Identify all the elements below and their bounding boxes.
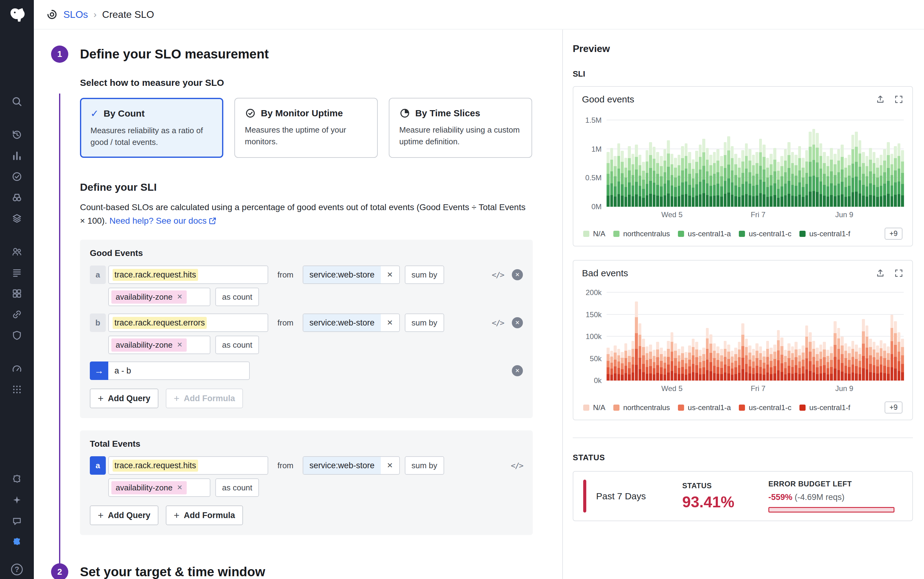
legend-item[interactable]: us-central1-f bbox=[800, 229, 850, 238]
legend-item[interactable]: northcentralus bbox=[613, 229, 670, 238]
formula-input[interactable]: a - b bbox=[108, 361, 250, 380]
group-by-input[interactable]: availability-zone✕ bbox=[108, 288, 211, 306]
by-count-card[interactable]: ✓ By Count Measures reliability as a rat… bbox=[80, 98, 223, 158]
sum-by-button[interactable]: sum by bbox=[405, 314, 444, 332]
stacked-bar bbox=[649, 345, 652, 381]
sum-by-button[interactable]: sum by bbox=[405, 456, 444, 475]
stacked-bar bbox=[890, 315, 893, 381]
stacked-bar bbox=[894, 146, 897, 207]
add-formula-button[interactable]: +Add Formula bbox=[166, 505, 243, 525]
help-icon[interactable]: ? bbox=[11, 564, 23, 575]
sum-by-button[interactable]: sum by bbox=[405, 265, 444, 284]
as-count-button[interactable]: as count bbox=[215, 478, 259, 497]
stacked-bar bbox=[844, 343, 847, 381]
sidebar-bottom-nav: ? bbox=[0, 469, 34, 579]
remove-filter-icon[interactable]: ✕ bbox=[381, 314, 399, 331]
service-filter-token[interactable]: service:web-store bbox=[303, 266, 381, 283]
logs-icon[interactable] bbox=[0, 262, 34, 283]
legend-more-badge[interactable]: +9 bbox=[885, 228, 903, 240]
datadog-logo[interactable] bbox=[7, 5, 27, 25]
stacked-bar bbox=[826, 156, 829, 207]
legend-item[interactable]: N/A bbox=[583, 403, 605, 412]
organization-icon[interactable] bbox=[0, 241, 34, 262]
feedback-icon[interactable] bbox=[0, 511, 34, 532]
remove-tag-icon[interactable]: ✕ bbox=[177, 341, 183, 349]
code-icon[interactable]: </> bbox=[492, 319, 504, 327]
remove-formula-icon[interactable]: ✕ bbox=[512, 365, 523, 376]
stacked-bar bbox=[780, 337, 784, 381]
remove-filter-icon[interactable]: ✕ bbox=[381, 457, 399, 474]
query-letter-chip[interactable]: a bbox=[90, 265, 106, 284]
legend-item[interactable]: us-central1-c bbox=[739, 403, 792, 412]
add-query-button[interactable]: +Add Query bbox=[90, 389, 158, 408]
add-formula-button[interactable]: +Add Formula bbox=[166, 389, 243, 408]
group-tag-chip[interactable]: availability-zone✕ bbox=[111, 481, 187, 494]
docs-link[interactable]: Need help? See our docs bbox=[109, 216, 217, 226]
remove-filter-icon[interactable]: ✕ bbox=[381, 266, 399, 283]
legend-item[interactable]: us-central1-c bbox=[739, 229, 792, 238]
legend-more-badge[interactable]: +9 bbox=[885, 401, 903, 414]
expand-icon[interactable] bbox=[894, 95, 904, 104]
stacked-bar bbox=[880, 340, 883, 381]
legend-item[interactable]: northcentralus bbox=[613, 403, 670, 412]
stacked-bar bbox=[653, 147, 656, 207]
plus-icon: + bbox=[174, 510, 180, 521]
remove-query-icon[interactable]: ✕ bbox=[512, 317, 523, 328]
history-icon[interactable] bbox=[0, 124, 34, 145]
add-query-button[interactable]: +Add Query bbox=[90, 505, 158, 525]
stacked-bar bbox=[727, 136, 730, 207]
export-icon[interactable] bbox=[875, 268, 885, 278]
as-count-button[interactable]: as count bbox=[215, 336, 259, 354]
remove-query-icon[interactable]: ✕ bbox=[512, 269, 523, 280]
by-monitor-uptime-card[interactable]: By Monitor Uptime Measures the uptime of… bbox=[234, 98, 378, 158]
remove-tag-icon[interactable]: ✕ bbox=[177, 293, 183, 301]
more-apps-icon[interactable] bbox=[0, 379, 34, 400]
group-by-input[interactable]: availability-zone✕ bbox=[108, 478, 211, 497]
sli-section-label: SLI bbox=[573, 69, 913, 79]
legend-item[interactable]: us-central1-a bbox=[678, 229, 731, 238]
global-nav-sidebar: ? bbox=[0, 0, 34, 579]
search-icon[interactable] bbox=[0, 91, 34, 112]
metrics-icon[interactable] bbox=[0, 145, 34, 166]
group-tag-chip[interactable]: availability-zone✕ bbox=[111, 290, 187, 304]
export-icon[interactable] bbox=[875, 95, 885, 104]
security-icon[interactable] bbox=[0, 325, 34, 346]
query-letter-chip[interactable]: a bbox=[90, 456, 106, 475]
filter-token-group: service:web-store ✕ bbox=[303, 265, 400, 284]
legend-item[interactable]: us-central1-f bbox=[800, 403, 850, 412]
group-by-input[interactable]: availability-zone✕ bbox=[108, 336, 211, 354]
breadcrumb-slos-link[interactable]: SLOs bbox=[64, 9, 88, 20]
stacked-bar bbox=[820, 345, 823, 381]
code-icon[interactable]: </> bbox=[511, 461, 523, 470]
dashboards-icon[interactable] bbox=[0, 358, 34, 379]
group-tag-chip[interactable]: availability-zone✕ bbox=[111, 339, 187, 352]
chart-legend: N/Anorthcentralusus-central1-aus-central… bbox=[582, 228, 904, 240]
step-1-badge: 1 bbox=[51, 46, 68, 63]
legend-swatch bbox=[583, 231, 589, 237]
time-slices-icon bbox=[399, 108, 410, 119]
service-filter-token[interactable]: service:web-store bbox=[303, 314, 381, 331]
service-check-icon[interactable] bbox=[0, 166, 34, 187]
code-icon[interactable]: </> bbox=[492, 270, 504, 279]
service-filter-token[interactable]: service:web-store bbox=[303, 457, 381, 474]
metric-query-input[interactable]: trace.rack.request.hits bbox=[108, 456, 268, 475]
as-count-button[interactable]: as count bbox=[215, 288, 259, 306]
legend-item[interactable]: us-central1-a bbox=[678, 403, 731, 412]
stacked-bar bbox=[844, 158, 847, 207]
legend-item[interactable]: N/A bbox=[583, 229, 605, 238]
metric-query-input[interactable]: trace.rack.request.errors bbox=[108, 314, 268, 332]
metric-query-input[interactable]: trace.rack.request.hits bbox=[108, 265, 268, 284]
puzzle-icon[interactable] bbox=[0, 469, 34, 490]
current-app-icon[interactable] bbox=[0, 532, 34, 553]
apm-icon[interactable] bbox=[0, 304, 34, 325]
remove-tag-icon[interactable]: ✕ bbox=[177, 484, 183, 492]
watchdog-icon[interactable] bbox=[0, 187, 34, 208]
integrations-icon[interactable] bbox=[0, 208, 34, 229]
plus-icon: + bbox=[174, 393, 180, 404]
expand-icon[interactable] bbox=[894, 268, 904, 278]
by-time-slices-card[interactable]: By Time Slices Measure reliability using… bbox=[389, 98, 532, 158]
infrastructure-icon[interactable] bbox=[0, 283, 34, 304]
y-tick-label: 1M bbox=[591, 145, 602, 154]
ai-sparkle-icon[interactable] bbox=[0, 490, 34, 511]
query-letter-chip[interactable]: b bbox=[90, 314, 106, 332]
